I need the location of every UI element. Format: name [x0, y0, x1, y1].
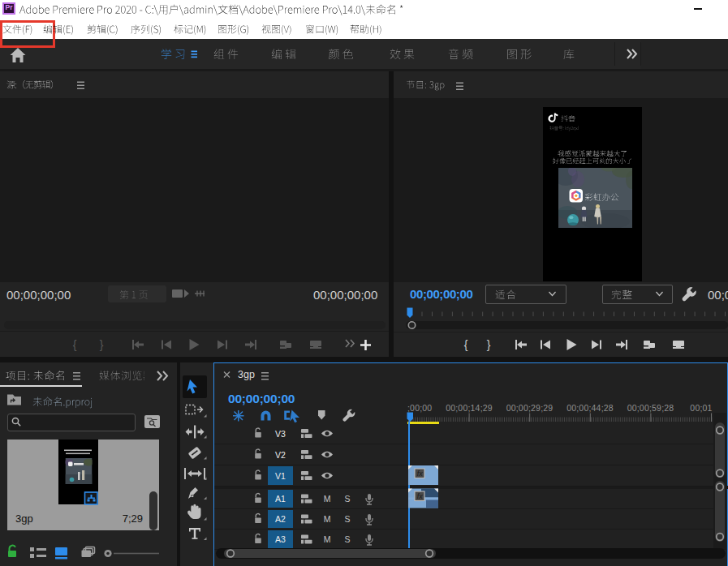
- svg-text:{: {: [464, 338, 468, 351]
- svg-text:S: S: [344, 514, 350, 524]
- svg-text:{: {: [73, 338, 77, 351]
- svg-text:00;00;14;29: 00;00;14;29: [446, 403, 493, 413]
- svg-text:M: M: [324, 534, 331, 544]
- svg-text:M: M: [324, 494, 331, 504]
- svg-text:S: S: [344, 494, 350, 504]
- svg-text:00;01: 00;01: [690, 403, 712, 413]
- svg-text:S: S: [344, 534, 350, 544]
- svg-text:M: M: [324, 514, 331, 524]
- svg-text:fx: fx: [417, 492, 424, 500]
- svg-text:}: }: [487, 338, 491, 351]
- svg-text:fx: fx: [417, 470, 424, 478]
- svg-text:00;00;44;28: 00;00;44;28: [566, 403, 614, 413]
- svg-text:00;00;59;28: 00;00;59;28: [627, 403, 674, 413]
- svg-text:}: }: [100, 338, 104, 351]
- svg-text:;00;00: ;00;00: [407, 403, 432, 413]
- svg-text:00;00;29;29: 00;00;29;29: [506, 403, 554, 413]
